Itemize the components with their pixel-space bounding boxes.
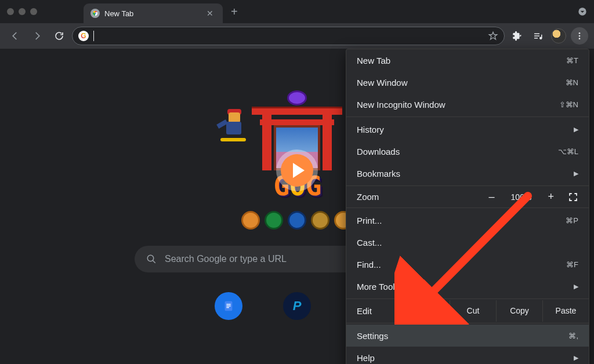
menu-settings[interactable]: Settings ⌘, (346, 325, 589, 347)
fullscreen-icon[interactable] (568, 192, 578, 202)
browser-toolbar: G (0, 23, 594, 49)
menu-find[interactable]: Find... ⌘F (346, 253, 589, 275)
menu-separator (346, 323, 589, 323)
traffic-lights (7, 8, 37, 15)
svg-point-4 (579, 32, 581, 34)
shortcut-google-docs[interactable] (215, 292, 242, 320)
menu-zoom: Zoom – 100% + (346, 187, 589, 206)
bookmark-star-icon[interactable] (488, 31, 498, 41)
zoom-value: 100% (508, 192, 534, 202)
menu-edit-row: Edit Cut Copy Paste (346, 300, 589, 322)
window-titlebar: New Tab ✕ + (0, 0, 594, 23)
collapse-icon[interactable] (578, 7, 587, 16)
menu-downloads[interactable]: Downloads ⌥⌘L (346, 140, 589, 162)
zoom-out-button[interactable]: – (485, 191, 498, 203)
media-control-icon[interactable] (529, 27, 546, 45)
chevron-right-icon: ▶ (574, 170, 578, 177)
google-icon: G (78, 31, 89, 41)
browser-tab[interactable]: New Tab ✕ (84, 3, 223, 23)
back-button[interactable] (6, 27, 24, 45)
doodle-play-button[interactable] (276, 150, 318, 191)
menu-button[interactable] (571, 27, 588, 45)
menu-new-incognito[interactable]: New Incognito Window ⇧⌘N (346, 93, 589, 115)
play-icon (293, 163, 305, 178)
menu-new-window[interactable]: New Window ⌘N (346, 71, 589, 93)
doodle-skater-character (220, 112, 249, 147)
traffic-zoom[interactable] (30, 8, 37, 15)
doodle-purple-orb (287, 90, 307, 105)
tab-close-button[interactable]: ✕ (204, 9, 216, 18)
menu-help[interactable]: Help ▶ (346, 347, 589, 364)
svg-rect-10 (226, 305, 230, 306)
shortcut-paypal[interactable]: P (283, 292, 311, 320)
tab-title: New Tab (104, 9, 204, 18)
forward-button[interactable] (28, 27, 46, 45)
chrome-menu: New Tab ⌘T New Window ⌘N New Incognito W… (346, 49, 589, 364)
menu-copy[interactable]: Copy (496, 300, 542, 322)
menu-cast[interactable]: Cast... (346, 231, 589, 253)
svg-point-7 (147, 255, 154, 261)
search-icon (146, 254, 157, 264)
menu-history[interactable]: History ▶ (346, 118, 589, 140)
tab-favicon (90, 9, 100, 18)
search-placeholder: Search Google or type a URL (165, 254, 287, 264)
svg-point-6 (579, 38, 581, 39)
svg-point-5 (579, 35, 581, 37)
extensions-icon[interactable] (508, 27, 526, 45)
menu-print[interactable]: Print... ⌘P (346, 209, 589, 231)
reload-button[interactable] (50, 27, 68, 45)
chevron-right-icon: ▶ (574, 283, 578, 290)
text-cursor (93, 31, 94, 41)
menu-separator (346, 117, 589, 117)
traffic-minimize[interactable] (19, 8, 26, 15)
menu-separator (346, 299, 589, 299)
menu-cut[interactable]: Cut (450, 300, 496, 322)
address-bar[interactable]: G (72, 27, 505, 45)
omnibox-input[interactable] (99, 31, 483, 41)
zoom-in-button[interactable]: + (544, 191, 557, 203)
traffic-close[interactable] (7, 8, 14, 15)
menu-more-tools[interactable]: More Tools ▶ (346, 275, 589, 297)
chevron-right-icon: ▶ (574, 354, 578, 362)
svg-rect-11 (226, 307, 229, 308)
new-tab-button[interactable]: + (223, 5, 246, 19)
menu-separator (346, 208, 589, 208)
menu-new-tab[interactable]: New Tab ⌘T (346, 49, 589, 71)
profile-avatar[interactable] (550, 27, 567, 45)
menu-separator (346, 185, 589, 186)
menu-bookmarks[interactable]: Bookmarks ▶ (346, 162, 589, 184)
doodle-medals (241, 211, 353, 230)
svg-rect-9 (226, 304, 230, 304)
menu-paste[interactable]: Paste (542, 300, 589, 322)
chevron-right-icon: ▶ (574, 126, 578, 133)
menu-edit-label: Edit (346, 300, 450, 322)
